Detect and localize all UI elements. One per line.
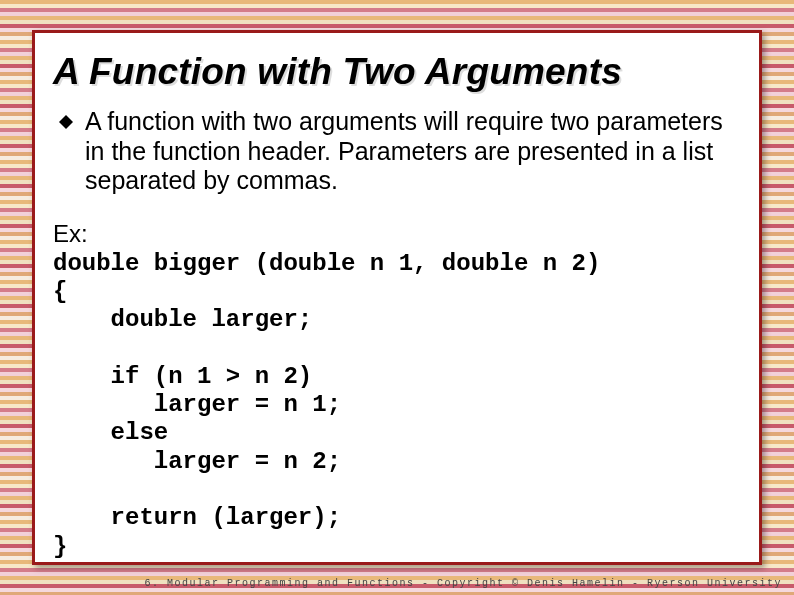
code-block: double bigger (double n 1, double n 2) {… bbox=[53, 250, 741, 561]
slide-footer: 6. Modular Programming and Functions - C… bbox=[144, 578, 782, 589]
example-label: Ex: bbox=[53, 220, 741, 248]
diamond-bullet-icon bbox=[59, 115, 73, 129]
slide-title: A Function with Two Arguments bbox=[53, 51, 741, 93]
bullet-item: A function with two arguments will requi… bbox=[53, 107, 741, 196]
svg-marker-0 bbox=[59, 115, 73, 129]
slide-card: A Function with Two Arguments A function… bbox=[32, 30, 762, 565]
bullet-text: A function with two arguments will requi… bbox=[85, 107, 741, 196]
